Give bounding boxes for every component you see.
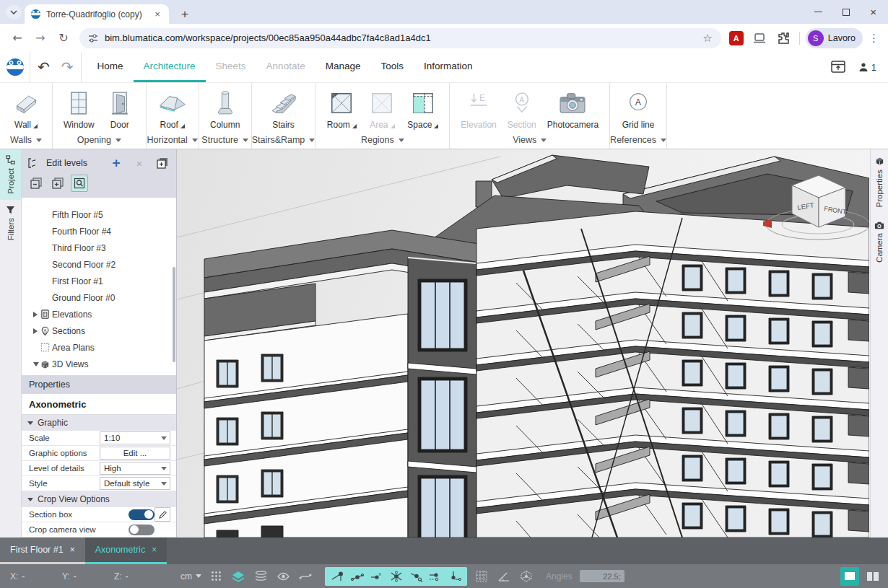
window-close-button[interactable]: × xyxy=(870,6,876,17)
browser-menu-icon[interactable]: ⋮ xyxy=(869,32,879,45)
tab-close-icon[interactable]: × xyxy=(152,9,163,20)
tab-search-chevron-icon[interactable] xyxy=(6,5,22,19)
spline-icon[interactable] xyxy=(297,569,313,584)
url-text[interactable]: bim.blumatica.com/workspace/projects/00e… xyxy=(105,32,696,43)
crop-view-options-header[interactable]: Crop View Options xyxy=(22,491,176,507)
profile-button[interactable]: S Lavoro xyxy=(806,28,863,48)
single-view-button[interactable] xyxy=(840,567,859,586)
collapse-all-button[interactable] xyxy=(27,175,45,192)
stairsramp-group-dropdown[interactable]: Stairs&Ramp xyxy=(252,131,315,149)
grid-toggle-icon[interactable] xyxy=(208,569,224,584)
views-group-dropdown[interactable]: Views xyxy=(450,131,609,149)
zoom-selection-button[interactable] xyxy=(71,175,88,192)
tree-scrollbar[interactable] xyxy=(173,267,175,362)
graphic-options-edit-button[interactable]: Edit ... xyxy=(100,447,170,460)
room-tool-button[interactable]: Room xyxy=(323,87,360,131)
rail-tab-project[interactable]: Project xyxy=(0,149,21,200)
reload-icon[interactable]: ↻ xyxy=(54,29,73,48)
delete-level-button[interactable]: × xyxy=(131,155,147,171)
viewport-3d[interactable]: LEFT FRONT xyxy=(177,149,870,537)
snap-center-icon[interactable] xyxy=(386,569,406,584)
angles-input[interactable]: 22.5; xyxy=(580,570,624,582)
collapse-caret-icon[interactable] xyxy=(33,362,39,367)
tree-item-elevations[interactable]: Elevations xyxy=(22,306,176,322)
redo-icon[interactable]: ↷ xyxy=(61,58,74,76)
menu-home[interactable]: Home xyxy=(87,52,134,82)
panel-layout-icon[interactable] xyxy=(831,61,845,74)
snap-nearest-icon[interactable] xyxy=(406,569,425,584)
regions-group-dropdown[interactable]: Regions xyxy=(315,131,449,149)
layers-diamond-icon[interactable] xyxy=(230,569,246,584)
crop-camera-view-toggle[interactable] xyxy=(129,525,154,535)
app-logo[interactable] xyxy=(0,52,30,82)
door-tool-button[interactable]: Door xyxy=(101,87,139,131)
opening-group-dropdown[interactable]: Opening xyxy=(53,131,146,149)
browser-tab[interactable]: Torre-Quadrifoglio (copy) × xyxy=(25,4,169,24)
window-minimize-button[interactable] xyxy=(814,12,822,13)
expand-caret-icon[interactable] xyxy=(33,312,38,317)
split-view-button[interactable] xyxy=(863,567,882,586)
tree-item-floor[interactable]: First Floor #1 xyxy=(22,273,176,289)
expand-caret-icon[interactable] xyxy=(33,328,38,334)
laptop-extension-icon[interactable] xyxy=(751,30,768,47)
snap-midpoint-icon[interactable] xyxy=(347,569,367,584)
menu-tools[interactable]: Tools xyxy=(370,52,414,82)
adobe-acrobat-extension-icon[interactable]: A xyxy=(729,31,744,45)
rail-tab-properties[interactable]: Properties xyxy=(871,149,888,214)
undo-icon[interactable]: ↶ xyxy=(38,58,50,76)
roof-tool-button[interactable]: Roof xyxy=(154,87,191,131)
angle-snap-icon[interactable] xyxy=(496,569,512,584)
horizontal-group-dropdown[interactable]: Horizontal xyxy=(147,131,199,149)
snap-endpoint-icon[interactable] xyxy=(328,569,347,584)
wall-tool-button[interactable]: Wall xyxy=(7,87,45,131)
tree-item-3d-views[interactable]: 3D Views xyxy=(22,356,176,372)
gridline-tool-button[interactable]: A Grid line xyxy=(619,87,658,131)
extensions-puzzle-icon[interactable] xyxy=(775,30,793,47)
rail-tab-camera[interactable]: Camera xyxy=(871,214,888,270)
collaborators-indicator[interactable]: 1 xyxy=(858,62,876,73)
window-tool-button[interactable]: Window xyxy=(60,87,98,131)
tree-item-floor[interactable]: Second Floor #2 xyxy=(22,256,176,273)
style-select[interactable]: Default style xyxy=(100,477,170,490)
view-tab-close-icon[interactable]: × xyxy=(152,545,157,555)
tree-item-floor[interactable]: Fifth Floor #5 xyxy=(22,206,176,223)
osnap-3d-icon[interactable] xyxy=(518,569,534,584)
column-tool-button[interactable]: Column xyxy=(206,87,244,131)
forward-icon[interactable]: → xyxy=(31,29,50,48)
walls-group-dropdown[interactable]: Walls xyxy=(0,131,52,149)
back-icon[interactable]: ← xyxy=(8,29,27,48)
bookmark-star-icon[interactable]: ☆ xyxy=(702,32,712,45)
window-maximize-button[interactable] xyxy=(843,9,850,16)
new-tab-button[interactable]: + xyxy=(176,6,193,23)
url-bar[interactable]: bim.blumatica.com/workspace/projects/00e… xyxy=(79,28,721,48)
snap-intersection-icon[interactable]: x xyxy=(367,569,386,584)
menu-architecture[interactable]: Architecture xyxy=(134,52,206,82)
snap-extension-icon[interactable] xyxy=(445,569,464,584)
view-tab-close-icon[interactable]: × xyxy=(70,545,75,555)
tree-item-floor[interactable]: Ground Floor #0 xyxy=(22,289,176,306)
building-model-3d[interactable]: LEFT FRONT xyxy=(177,149,869,537)
rail-tab-filters[interactable]: Filters xyxy=(0,200,21,246)
tree-item-floor[interactable]: Fourth Floor #4 xyxy=(22,223,176,240)
open-view-copy-icon[interactable] xyxy=(154,155,170,171)
menu-manage[interactable]: Manage xyxy=(315,52,371,82)
site-settings-icon[interactable] xyxy=(88,33,98,43)
graphic-section-header[interactable]: Graphic xyxy=(22,415,176,431)
section-box-toggle[interactable] xyxy=(129,509,154,520)
scale-select[interactable]: 1:10 xyxy=(100,431,170,444)
visibility-eye-icon[interactable] xyxy=(275,569,291,584)
tree-item-floor[interactable]: Third Floor #3 xyxy=(22,240,176,256)
unit-select[interactable]: cm xyxy=(180,571,201,582)
level-of-details-select[interactable]: High xyxy=(100,462,170,475)
view-tab-first-floor[interactable]: First Floor #1 × xyxy=(0,537,85,564)
floors-stack-icon[interactable] xyxy=(253,569,269,584)
photocamera-tool-button[interactable]: Photocamera xyxy=(544,87,602,131)
section-box-edit-button[interactable] xyxy=(154,507,170,522)
view-tab-axonometric[interactable]: Axonometric × xyxy=(85,537,167,564)
snap-perpendicular-icon[interactable] xyxy=(425,569,445,584)
menu-information[interactable]: Information xyxy=(414,52,483,82)
add-level-button[interactable]: + xyxy=(108,155,124,171)
expand-all-button[interactable] xyxy=(49,175,66,192)
structure-group-dropdown[interactable]: Structure xyxy=(199,131,251,149)
references-group-dropdown[interactable]: References xyxy=(610,131,666,149)
